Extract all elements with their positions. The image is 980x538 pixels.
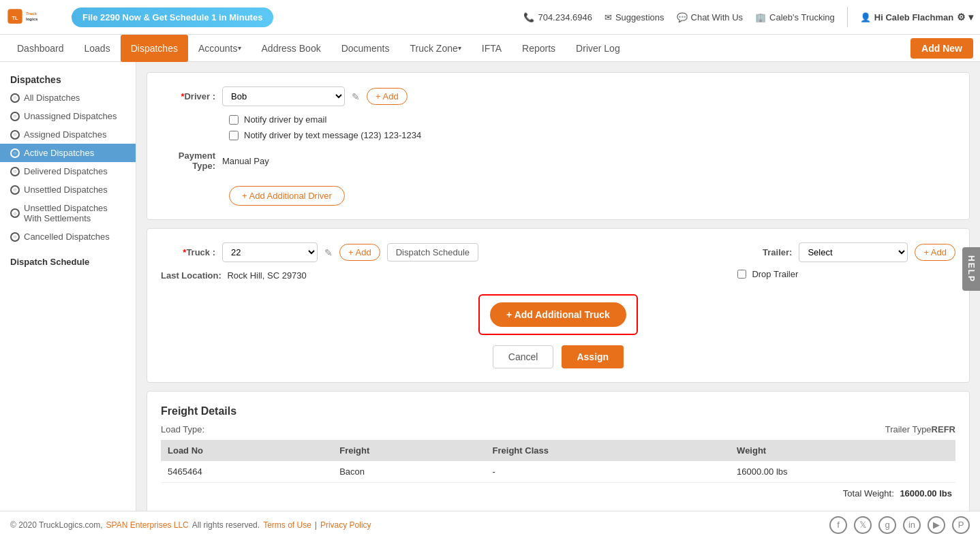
col-freight-class: Freight Class bbox=[486, 440, 731, 461]
google-plus-icon[interactable]: g bbox=[878, 516, 896, 534]
sidebar-item-unsettled-dispatches[interactable]: ○Unsettled Dispatches bbox=[0, 180, 136, 199]
add-additional-truck-button[interactable]: + Add Additional Truck bbox=[490, 302, 626, 327]
sidebar-item-unassigned-dispatches[interactable]: ○Unassigned Dispatches bbox=[0, 107, 136, 125]
sidebar: Dispatches ○All Dispatches○Unassigned Di… bbox=[0, 62, 136, 511]
trailer-label: Trailer: bbox=[737, 247, 792, 257]
cancel-button[interactable]: Cancel bbox=[493, 345, 554, 368]
trailer-select[interactable]: Select bbox=[799, 242, 908, 262]
svg-text:Truck: Truck bbox=[26, 12, 37, 16]
col-freight: Freight bbox=[333, 440, 485, 461]
user-action[interactable]: 👤 Hi Caleb Flachman ⚙ ▾ bbox=[860, 12, 973, 22]
freight-tbody: 5465464Bacon-16000.00 lbs bbox=[161, 461, 955, 483]
notify-email-checkbox[interactable] bbox=[229, 115, 239, 125]
settings-icon[interactable]: ⚙ ▾ bbox=[957, 12, 973, 22]
table-row: 5465464Bacon-16000.00 lbs bbox=[161, 461, 955, 483]
company-action[interactable]: 🏢 Caleb's Trucking bbox=[755, 12, 835, 22]
sidebar-dot-icon: ○ bbox=[10, 208, 20, 218]
footer-terms[interactable]: Terms of Use bbox=[263, 520, 311, 530]
notify-text-row: Notify driver by text message (123) 123-… bbox=[229, 130, 955, 140]
table-cell-class: - bbox=[486, 461, 731, 483]
promo-button[interactable]: File 2290 Now & Get Schedule 1 in Minute… bbox=[72, 7, 273, 27]
total-weight-row: Total Weight: 16000.00 lbs bbox=[161, 483, 955, 504]
add-additional-driver-button[interactable]: + Add Additional Driver bbox=[229, 186, 345, 206]
truck-add-button[interactable]: + Add bbox=[339, 244, 380, 261]
pinterest-icon[interactable]: P bbox=[952, 516, 970, 534]
nav-item-documents[interactable]: Documents bbox=[331, 35, 400, 62]
drop-trailer-checkbox[interactable] bbox=[737, 270, 746, 279]
sidebar-dot-icon: ○ bbox=[10, 185, 20, 195]
sidebar-item-all-dispatches[interactable]: ○All Dispatches bbox=[0, 89, 136, 107]
sidebar-item-delivered-dispatches[interactable]: ○Delivered Dispatches bbox=[0, 162, 136, 180]
sidebar-item-label: Delivered Dispatches bbox=[24, 166, 108, 176]
driver-select[interactable]: Bob bbox=[222, 86, 345, 106]
driver-add-button[interactable]: + Add bbox=[367, 88, 408, 105]
twitter-icon[interactable]: 𝕏 bbox=[854, 516, 872, 534]
nav-item-ifta[interactable]: IFTA bbox=[472, 35, 512, 62]
notify-text-checkbox[interactable] bbox=[229, 131, 239, 140]
driver-edit-icon[interactable]: ✎ bbox=[352, 91, 360, 102]
trailer-add-button[interactable]: + Add bbox=[915, 244, 955, 261]
sidebar-item-label: Unsettled Dispatches bbox=[24, 185, 108, 195]
footer-copyright: © 2020 TruckLogics.com, bbox=[10, 520, 103, 530]
svg-text:TL: TL bbox=[12, 15, 18, 21]
sidebar-item-unsettled-dispatches-with-settlements[interactable]: ○Unsettled Dispatches With Settlements bbox=[0, 199, 136, 227]
notify-text-label: Notify driver by text message (123) 123-… bbox=[244, 130, 421, 140]
sidebar-item-active-dispatches[interactable]: ○Active Dispatches bbox=[0, 144, 136, 162]
divider bbox=[847, 7, 848, 27]
facebook-icon[interactable]: f bbox=[829, 516, 847, 534]
user-icon: 👤 bbox=[860, 12, 871, 22]
driver-label: *Driver : bbox=[161, 91, 215, 101]
total-weight-value: 16000.00 lbs bbox=[900, 488, 952, 499]
footer-left: © 2020 TruckLogics.com, SPAN Enterprises… bbox=[10, 520, 371, 530]
linkedin-icon[interactable]: in bbox=[903, 516, 921, 534]
add-new-button[interactable]: Add New bbox=[910, 38, 973, 59]
svg-text:logics: logics bbox=[26, 17, 38, 21]
sidebar-item-cancelled-dispatches[interactable]: ○Cancelled Dispatches bbox=[0, 227, 136, 246]
nav-item-dashboard[interactable]: Dashboard bbox=[7, 35, 74, 62]
col-load-no: Load No bbox=[161, 440, 333, 461]
top-banner: TL Truck logics File 2290 Now & Get Sche… bbox=[0, 0, 980, 35]
phone-action[interactable]: 📞 704.234.6946 bbox=[523, 12, 592, 22]
notify-email-label: Notify driver by email bbox=[244, 114, 326, 125]
footer-privacy[interactable]: Privacy Policy bbox=[320, 520, 371, 530]
last-location-value: Rock Hill, SC 29730 bbox=[227, 270, 306, 281]
chat-action[interactable]: 💬 Chat With Us bbox=[677, 12, 744, 22]
freight-title: Freight Details bbox=[161, 405, 955, 417]
logo[interactable]: TL Truck logics bbox=[7, 5, 61, 29]
table-cell-freight: Bacon bbox=[333, 461, 485, 483]
suggestions-action[interactable]: ✉ Suggestions bbox=[604, 12, 664, 22]
footer-company[interactable]: SPAN Enterprises LLC bbox=[106, 520, 189, 530]
sidebar-dot-icon: ○ bbox=[10, 167, 20, 176]
top-right-actions: 📞 704.234.6946 ✉ Suggestions 💬 Chat With… bbox=[523, 7, 973, 27]
help-tab[interactable]: HELP bbox=[962, 247, 980, 291]
nav-item-dispatches[interactable]: Dispatches bbox=[121, 35, 188, 62]
footer: © 2020 TruckLogics.com, SPAN Enterprises… bbox=[0, 511, 980, 538]
sidebar-section-title: Dispatches bbox=[0, 69, 136, 89]
table-cell-loadNo: 5465464 bbox=[161, 461, 333, 483]
freight-table-header: Load No Freight Freight Class Weight bbox=[161, 440, 955, 461]
nav-item-loads[interactable]: Loads bbox=[74, 35, 121, 62]
assign-button[interactable]: Assign bbox=[562, 345, 624, 368]
main-content: *Driver : Bob ✎ + Add Notify driver by e… bbox=[136, 62, 980, 511]
youtube-icon[interactable]: ▶ bbox=[928, 516, 945, 534]
truck-label: *Truck : bbox=[161, 247, 215, 257]
freight-load-type: Load Type: bbox=[161, 424, 204, 434]
notify-email-row: Notify driver by email bbox=[229, 114, 955, 125]
nav-item-driver-log[interactable]: Driver Log bbox=[566, 35, 630, 62]
nav-item-truck-zone[interactable]: Truck Zone bbox=[400, 35, 472, 62]
dispatch-schedule-button[interactable]: Dispatch Schedule bbox=[387, 243, 478, 262]
sidebar-dot-icon: ○ bbox=[10, 112, 20, 121]
trailer-row: Trailer: Select + Add bbox=[737, 242, 955, 262]
nav-item-accounts[interactable]: Accounts bbox=[188, 35, 251, 62]
sidebar-item-schedule[interactable]: Dispatch Schedule bbox=[0, 253, 136, 271]
truck-select[interactable]: 22 bbox=[222, 242, 318, 262]
sidebar-item-label: All Dispatches bbox=[24, 93, 80, 103]
add-truck-highlighted: + Add Additional Truck bbox=[161, 294, 955, 335]
payment-type-label: PaymentType: bbox=[161, 151, 215, 171]
truck-edit-icon[interactable]: ✎ bbox=[324, 247, 333, 258]
nav-item-reports[interactable]: Reports bbox=[512, 35, 566, 62]
sidebar-items: ○All Dispatches○Unassigned Dispatches○As… bbox=[0, 89, 136, 246]
sidebar-item-assigned-dispatches[interactable]: ○Assigned Dispatches bbox=[0, 125, 136, 144]
nav-item-address-book[interactable]: Address Book bbox=[251, 35, 331, 62]
freight-meta: Load Type: Trailer TypeREFR bbox=[161, 424, 955, 434]
